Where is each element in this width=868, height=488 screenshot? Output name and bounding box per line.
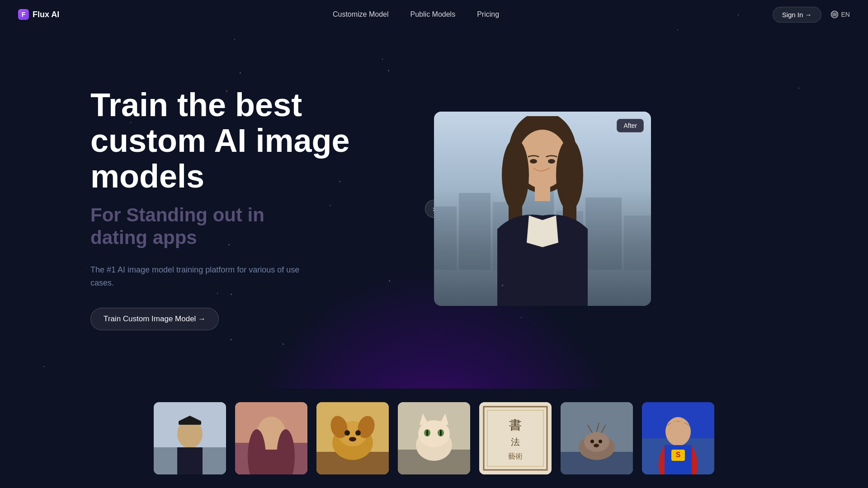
svg-text:書: 書 [509,418,522,432]
decorative-dot-8 [502,285,503,286]
thumbnail-2[interactable] [235,402,307,474]
decorative-dot-9 [231,339,232,340]
thumbnail-3-image [316,402,389,474]
thumbnail-1[interactable] [154,402,226,474]
navbar: F Flux AI Customize Model Public Models … [0,0,868,29]
svg-rect-1 [434,206,457,270]
decorative-dot-7 [388,70,389,71]
translate-icon [830,10,839,19]
thumbnail-4[interactable] [398,402,470,474]
hero-person-svg [470,116,615,306]
thumbnail-7[interactable]: S [642,402,714,474]
brand-name: Flux AI [33,10,59,19]
thumbnail-5-image: 書 法 藝術 [479,402,552,474]
svg-point-35 [344,430,350,436]
svg-point-47 [440,430,442,436]
thumbnail-6-image [561,402,633,474]
hero-image: After [434,112,651,306]
hero-subtitle-line2: dating apps [90,227,197,248]
svg-point-37 [349,437,356,441]
decorative-dot-1 [240,72,241,74]
thumbnail-5[interactable]: 書 法 藝術 [479,402,552,474]
hero-description: The #1 AI image model training platform … [90,263,316,290]
decorative-dot-4 [339,181,340,182]
lang-label: EN [841,11,850,18]
logo-letter: F [22,11,26,18]
after-badge: After [617,119,644,132]
thumbnail-2-image [235,402,307,474]
hero-title: Train the best custom AI image models [90,87,407,195]
logo-icon: F [18,9,29,20]
nav-public-models[interactable]: Public Models [410,10,456,19]
decorative-dot-5 [228,244,230,245]
svg-point-16 [548,159,555,164]
hero-title-line1: Train the best [90,87,302,123]
decorative-dot-2 [226,90,227,92]
svg-rect-14 [535,183,550,201]
svg-rect-20 [177,447,203,474]
decorative-dot-3 [389,280,390,282]
sign-in-button[interactable]: Sign In → [773,7,821,23]
nav-pricing[interactable]: Pricing [477,10,499,19]
svg-point-64 [594,444,599,447]
decorative-dot-6 [231,294,232,295]
logo[interactable]: F Flux AI [18,9,59,20]
svg-point-63 [599,440,602,443]
nav-right: Sign In → EN [773,7,850,23]
hero-image-container: › [434,112,651,306]
svg-point-58 [584,432,609,452]
thumbnail-6[interactable] [561,402,633,474]
thumbnail-3[interactable] [316,402,389,474]
nav-customize-model[interactable]: Customize Model [333,10,389,19]
hero-title-line2: custom AI image [90,122,349,159]
language-selector[interactable]: EN [830,10,850,19]
thumbnail-1-image [154,402,226,474]
cta-button[interactable]: Train Custom Image Model → [90,308,219,330]
decorative-dot-10 [283,343,284,345]
hero-subtitle-line1: For Standing out in [90,204,264,225]
svg-text:S: S [676,451,681,459]
hero-title-line3: models [90,158,204,194]
svg-point-46 [426,430,428,436]
svg-rect-28 [261,450,281,474]
svg-point-62 [590,440,594,443]
svg-point-15 [530,159,537,164]
hero-subtitle: For Standing out in dating apps [90,204,407,249]
svg-rect-7 [624,216,651,270]
nav-links: Customize Model Public Models Pricing [333,10,499,19]
hero-content: Train the best custom AI image models Fo… [90,87,407,330]
svg-text:藝術: 藝術 [508,452,523,460]
svg-point-67 [665,417,691,446]
thumbnail-7-image: S [642,402,714,474]
svg-text:法: 法 [511,437,520,447]
svg-point-36 [355,430,361,436]
thumbnail-4-image [398,402,470,474]
